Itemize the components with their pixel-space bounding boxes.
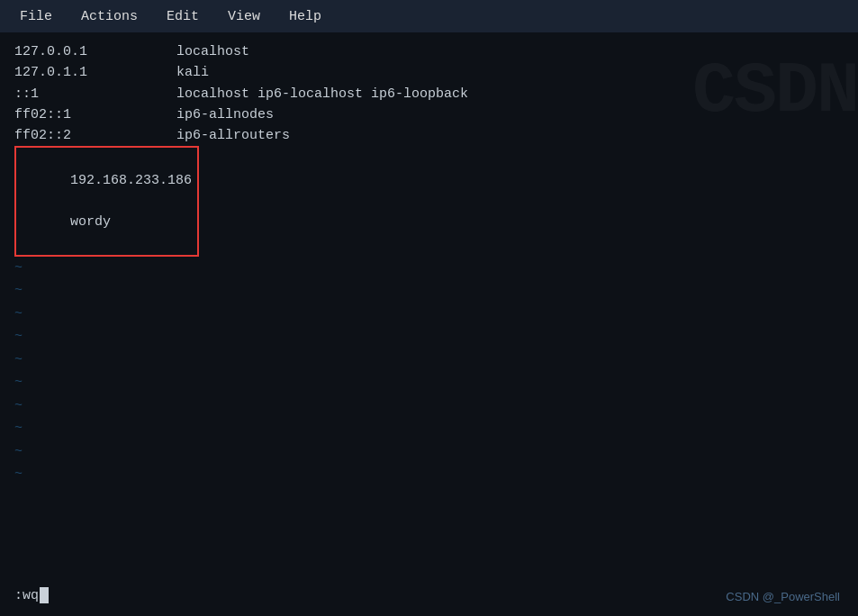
ip-address: ff02::1 bbox=[14, 104, 176, 125]
command-text: :wq bbox=[14, 588, 39, 603]
tilde-section: ~~~~~~~~~~ bbox=[14, 257, 844, 486]
tilde-line: ~ bbox=[14, 440, 844, 464]
ip-address: ::1 bbox=[14, 84, 176, 104]
hostname: localhost bbox=[176, 41, 249, 62]
highlighted-entry: 192.168.233.186 wordy bbox=[14, 146, 199, 256]
tilde-line: ~ bbox=[14, 417, 844, 440]
highlighted-entry-line: 192.168.233.186 wordy bbox=[14, 146, 844, 256]
menu-edit[interactable]: Edit bbox=[154, 5, 212, 28]
hosts-line: 127.0.1.1kali bbox=[14, 62, 844, 83]
menu-actions[interactable]: Actions bbox=[68, 5, 150, 28]
hosts-line: 127.0.0.1localhost bbox=[14, 41, 844, 62]
tilde-line: ~ bbox=[14, 303, 844, 326]
highlighted-ip: 192.168.233.186 bbox=[70, 173, 192, 188]
highlighted-host: wordy bbox=[70, 214, 111, 230]
tilde-line: ~ bbox=[14, 325, 844, 349]
ip-address: 127.0.1.1 bbox=[14, 62, 176, 83]
hosts-line: ff02::2ip6-allrouters bbox=[14, 125, 844, 146]
hostname: ip6-allnodes bbox=[176, 104, 274, 125]
tilde-line: ~ bbox=[14, 463, 844, 486]
tilde-line: ~ bbox=[14, 349, 844, 372]
hostname: kali bbox=[176, 62, 209, 83]
hosts-line: ::1localhost ip6-localhost ip6-loopback bbox=[14, 84, 844, 104]
hostname: ip6-allrouters bbox=[176, 125, 290, 146]
cursor bbox=[40, 587, 49, 603]
ip-address: ff02::2 bbox=[14, 125, 176, 146]
command-line: :wq bbox=[14, 587, 49, 603]
tilde-line: ~ bbox=[14, 279, 844, 303]
menu-view[interactable]: View bbox=[215, 5, 273, 28]
menu-file[interactable]: File bbox=[7, 5, 65, 28]
hosts-line: ff02::1ip6-allnodes bbox=[14, 104, 844, 125]
attribution: CSDN @_PowerShell bbox=[726, 590, 840, 603]
tilde-line: ~ bbox=[14, 257, 844, 280]
ip-address: 127.0.0.1 bbox=[14, 41, 176, 62]
tilde-line: ~ bbox=[14, 394, 844, 418]
terminal-area: CSDN 127.0.0.1localhost127.0.1.1kali::1l… bbox=[0, 32, 858, 616]
hosts-content: 127.0.0.1localhost127.0.1.1kali::1localh… bbox=[14, 41, 844, 146]
menu-help[interactable]: Help bbox=[276, 5, 334, 28]
hostname: localhost ip6-localhost ip6-loopback bbox=[176, 84, 468, 104]
tilde-line: ~ bbox=[14, 371, 844, 394]
highlighted-space bbox=[70, 194, 78, 209]
menubar: File Actions Edit View Help bbox=[0, 0, 858, 32]
